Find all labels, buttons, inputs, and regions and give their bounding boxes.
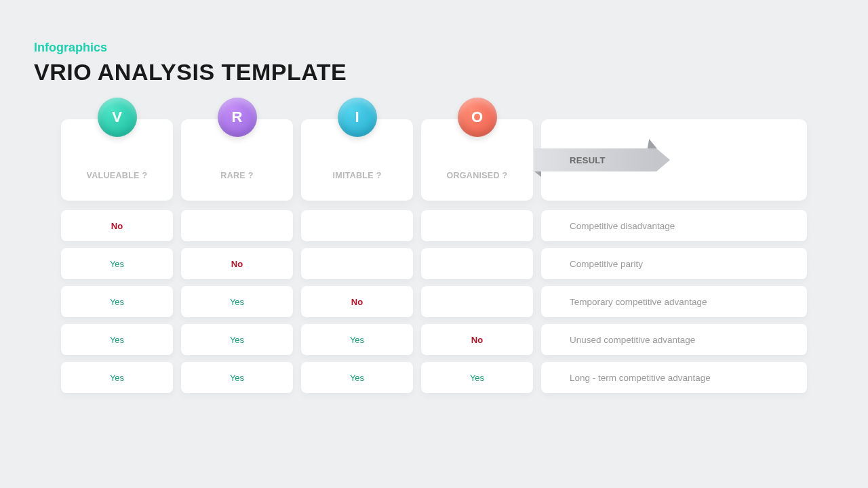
- vrio-grid: V VALUEABLE ? R RARE ? I IMITABLE ? O: [61, 119, 807, 393]
- answer-text: Yes: [110, 297, 124, 307]
- col-valuable: V VALUEABLE ?: [61, 119, 173, 201]
- answer-text: No: [351, 297, 363, 307]
- cell-value: No: [421, 324, 533, 355]
- cell-result: Competitive parity: [541, 248, 807, 279]
- header-card-rare: R RARE ?: [181, 119, 293, 201]
- cell-o: [421, 286, 533, 317]
- answer-text: Yes: [110, 335, 124, 345]
- answer-text: Yes: [230, 297, 244, 307]
- header-card-imitable: I IMITABLE ?: [301, 119, 413, 201]
- cell-i: [301, 210, 413, 241]
- col-organised: O ORGANISED ?: [421, 119, 533, 201]
- badge-o-icon: O: [458, 98, 497, 137]
- result-ribbon: RESULT: [534, 148, 673, 171]
- cell-v: Yes: [61, 362, 173, 393]
- cell-value: [421, 248, 533, 279]
- header-card-organised: O ORGANISED ?: [421, 119, 533, 201]
- table-row: YesYesNoTemporary competitive advantage: [61, 286, 807, 317]
- header-row: V VALUEABLE ? R RARE ? I IMITABLE ? O: [61, 119, 807, 201]
- cell-i: Yes: [301, 324, 413, 355]
- result-text: Long - term competitive advantage: [541, 362, 807, 393]
- cell-value: [421, 286, 533, 317]
- cell-result: Competitive disadvantage: [541, 210, 807, 241]
- answer-text: Yes: [230, 373, 244, 383]
- header-label-imitable: IMITABLE ?: [332, 171, 381, 180]
- ribbon-notch-icon: [648, 139, 658, 148]
- answer-text: Yes: [110, 259, 124, 269]
- badge-r-icon: R: [218, 98, 257, 137]
- cell-value: Yes: [301, 362, 413, 393]
- cell-value: Yes: [61, 286, 173, 317]
- cell-value: Yes: [61, 362, 173, 393]
- answer-text: No: [471, 335, 483, 345]
- table-row: NoCompetitive disadvantage: [61, 210, 807, 241]
- cell-o: Yes: [421, 362, 533, 393]
- cell-r: No: [181, 248, 293, 279]
- cell-v: Yes: [61, 286, 173, 317]
- cell-result: Long - term competitive advantage: [541, 362, 807, 393]
- cell-value: [421, 210, 533, 241]
- ribbon-fold-icon: [534, 171, 541, 177]
- cell-value: Yes: [181, 362, 293, 393]
- data-rows: NoCompetitive disadvantageYesNoCompetiti…: [61, 210, 807, 393]
- result-ribbon-label: RESULT: [534, 148, 656, 171]
- cell-v: Yes: [61, 324, 173, 355]
- cell-result: Unused competitive advantage: [541, 324, 807, 355]
- cell-v: No: [61, 210, 173, 241]
- cell-i: No: [301, 286, 413, 317]
- header-card-result: RESULT: [541, 119, 807, 201]
- cell-result: Temporary competitive advantage: [541, 286, 807, 317]
- table-row: YesYesYesYesLong - term competitive adva…: [61, 362, 807, 393]
- col-imitable: I IMITABLE ?: [301, 119, 413, 201]
- badge-i-icon: I: [338, 98, 377, 137]
- answer-text: Yes: [350, 373, 364, 383]
- cell-value: Yes: [61, 324, 173, 355]
- col-result: RESULT: [541, 119, 807, 201]
- header-label-rare: RARE ?: [220, 171, 253, 180]
- cell-r: Yes: [181, 324, 293, 355]
- answer-text: Yes: [350, 335, 364, 345]
- header-label-organised: ORGANISED ?: [446, 171, 507, 180]
- answer-text: No: [111, 221, 123, 231]
- cell-o: [421, 248, 533, 279]
- result-text: Unused competitive advantage: [541, 324, 807, 355]
- cell-r: Yes: [181, 362, 293, 393]
- cell-value: Yes: [61, 248, 173, 279]
- cell-o: [421, 210, 533, 241]
- cell-value: [181, 210, 293, 241]
- slide: Infographics VRIO ANALYSIS TEMPLATE V VA…: [0, 0, 868, 420]
- result-text: Competitive parity: [541, 248, 807, 279]
- cell-value: Yes: [301, 324, 413, 355]
- cell-i: Yes: [301, 362, 413, 393]
- subtitle: Infographics: [34, 41, 834, 55]
- header-card-valuable: V VALUEABLE ?: [61, 119, 173, 201]
- cell-value: Yes: [421, 362, 533, 393]
- cell-value: No: [61, 210, 173, 241]
- result-text: Competitive disadvantage: [541, 210, 807, 241]
- result-text: Temporary competitive advantage: [541, 286, 807, 317]
- answer-text: Yes: [470, 373, 484, 383]
- cell-value: No: [181, 248, 293, 279]
- ribbon-arrow-icon: [656, 148, 670, 171]
- cell-value: Yes: [181, 286, 293, 317]
- cell-o: No: [421, 324, 533, 355]
- cell-i: [301, 248, 413, 279]
- cell-r: Yes: [181, 286, 293, 317]
- table-row: YesNoCompetitive parity: [61, 248, 807, 279]
- cell-value: No: [301, 286, 413, 317]
- badge-v-icon: V: [98, 98, 137, 137]
- table-row: YesYesYesNoUnused competitive advantage: [61, 324, 807, 355]
- cell-value: Yes: [181, 324, 293, 355]
- answer-text: No: [231, 259, 243, 269]
- page-title: VRIO ANALYSIS TEMPLATE: [34, 59, 834, 85]
- cell-v: Yes: [61, 248, 173, 279]
- cell-r: [181, 210, 293, 241]
- cell-value: [301, 210, 413, 241]
- col-rare: R RARE ?: [181, 119, 293, 201]
- cell-value: [301, 248, 413, 279]
- answer-text: Yes: [110, 373, 124, 383]
- answer-text: Yes: [230, 335, 244, 345]
- header-label-valuable: VALUEABLE ?: [87, 171, 148, 180]
